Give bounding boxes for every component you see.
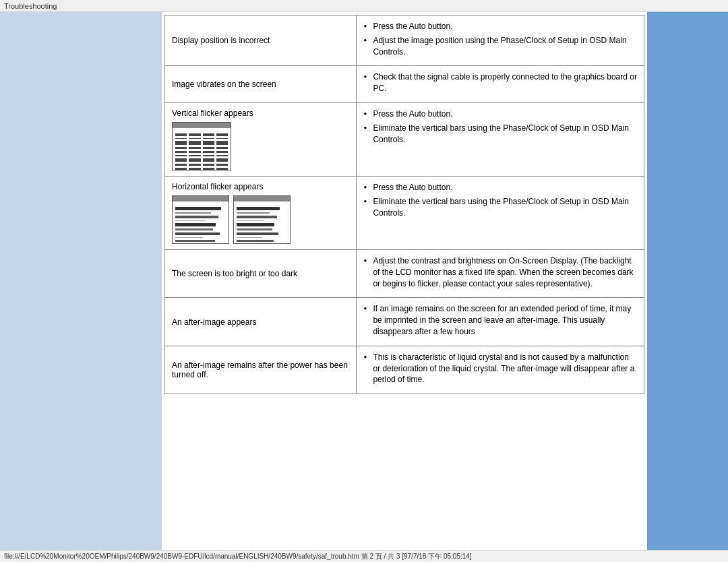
problem-title-6: An after-image remains after the power h… — [172, 361, 349, 379]
problem-title-2: Vertical flicker appears — [172, 108, 349, 118]
bottom-bar: file:///E/LCD%20Monitor%20OEM/Philips/24… — [0, 550, 728, 562]
problem-cell-5: An after-image appears — [165, 298, 357, 346]
left-sidebar — [0, 12, 162, 550]
image-container-2 — [172, 122, 349, 170]
hflicker-image-0 — [172, 195, 229, 244]
solution-cell-4: Adjust the contrast and brightness on On… — [357, 249, 644, 297]
problem-cell-1: Image vibrates on the screen — [165, 66, 357, 103]
solution-item-1-0: Check that the signal cable is properly … — [363, 71, 637, 94]
hflicker-image-1 — [233, 195, 291, 244]
problem-cell-2: Vertical flicker appears — [165, 102, 357, 176]
solution-cell-3: Press the Auto button.Eliminate the vert… — [357, 176, 644, 249]
problem-cell-3: Horizontal flicker appears — [165, 176, 357, 249]
problem-cell-0: Display position is incorrect — [165, 15, 357, 66]
image-container-3 — [172, 195, 349, 244]
solution-cell-1: Check that the signal cable is properly … — [357, 66, 644, 103]
solution-item-4-0: Adjust the contrast and brightness on On… — [363, 255, 637, 289]
problem-cell-4: The screen is too bright or too dark — [165, 249, 357, 297]
solution-item-2-1: Eliminate the vertical bars using the Ph… — [363, 123, 637, 146]
bottom-bar-text: file:///E/LCD%20Monitor%20OEM/Philips/24… — [4, 553, 472, 560]
solution-cell-2: Press the Auto button.Eliminate the vert… — [357, 102, 644, 176]
problem-title-1: Image vibrates on the screen — [172, 80, 349, 89]
solution-item-0-1: Adjust the image position using the Phas… — [363, 35, 637, 58]
solution-item-3-1: Eliminate the vertical bars using the Ph… — [363, 196, 637, 219]
solution-item-5-0: If an image remains on the screen for an… — [363, 303, 637, 337]
problem-title-5: An after-image appears — [172, 317, 349, 327]
problem-title-0: Display position is incorrect — [172, 36, 349, 45]
solution-cell-5: If an image remains on the screen for an… — [357, 298, 644, 346]
solution-item-3-0: Press the Auto button. — [363, 182, 637, 193]
problem-cell-6: An after-image remains after the power h… — [165, 346, 357, 394]
troubleshooting-table: Display position is incorrectPress the A… — [164, 15, 644, 394]
problem-title-3: Horizontal flicker appears — [172, 182, 349, 191]
solution-item-0-0: Press the Auto button. — [363, 21, 637, 32]
main-content: Display position is incorrectPress the A… — [162, 12, 647, 550]
solution-item-6-0: This is characteristic of liquid crystal… — [363, 352, 637, 385]
problem-title-4: The screen is too bright or too dark — [172, 269, 349, 278]
vflicker-image — [172, 122, 231, 170]
solution-cell-6: This is characteristic of liquid crystal… — [357, 346, 644, 394]
content-inner: Display position is incorrectPress the A… — [162, 12, 647, 550]
top-bar-label: Troubleshooting — [4, 2, 57, 10]
solution-cell-0: Press the Auto button.Adjust the image p… — [357, 15, 644, 66]
solution-item-2-0: Press the Auto button. — [363, 108, 637, 120]
top-bar: Troubleshooting — [0, 0, 728, 12]
right-sidebar — [647, 12, 728, 550]
